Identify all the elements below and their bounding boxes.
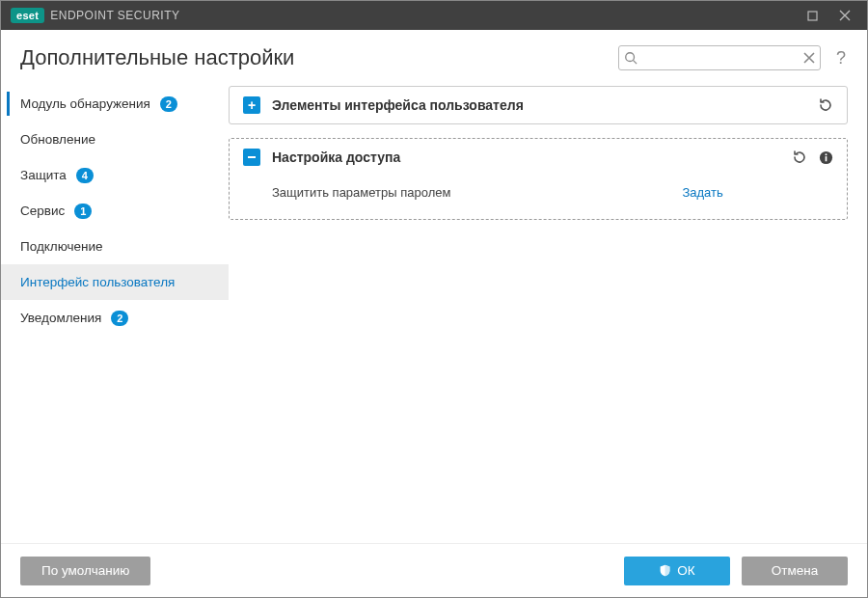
maximize-button[interactable]: [796, 1, 828, 30]
titlebar: eset ENDPOINT SECURITY: [1, 1, 867, 30]
svg-rect-0: [808, 12, 817, 20]
panel-title: Настройка доступа: [272, 150, 780, 165]
svg-point-5: [825, 153, 827, 155]
collapse-icon: [243, 149, 260, 166]
sidebar-item-protection[interactable]: Защита 4: [1, 157, 229, 193]
ok-button[interactable]: ОК: [624, 557, 730, 585]
panel-header[interactable]: + Элементы интерфейса пользователя: [230, 87, 847, 123]
panel-ui-elements: + Элементы интерфейса пользователя: [229, 86, 848, 124]
sidebar-item-label: Подключение: [20, 239, 103, 254]
panel-body: Защитить параметры паролем Задать: [230, 176, 847, 219]
sidebar-item-connection[interactable]: Подключение: [1, 229, 229, 264]
search-input[interactable]: [618, 45, 821, 70]
brand: eset ENDPOINT SECURITY: [11, 8, 180, 23]
sidebar: Модуль обнаружения 2 Обновление Защита 4…: [1, 80, 229, 543]
page-title: Дополнительные настройки: [20, 45, 605, 70]
sidebar-item-update[interactable]: Обновление: [1, 122, 229, 157]
reset-icon[interactable]: [792, 150, 807, 165]
expand-icon: +: [243, 96, 260, 114]
setting-label: Защитить параметры паролем: [272, 185, 450, 200]
sidebar-item-label: Сервис: [20, 204, 65, 218]
sidebar-badge: 4: [76, 168, 94, 183]
footer: По умолчанию ОК Отмена: [1, 543, 867, 597]
sidebar-item-detection-module[interactable]: Модуль обнаружения 2: [1, 86, 229, 122]
help-icon[interactable]: ?: [834, 48, 848, 68]
svg-rect-2: [248, 156, 256, 158]
sidebar-badge: 2: [111, 311, 128, 326]
sidebar-item-label: Защита: [20, 168, 67, 182]
shield-icon: [659, 564, 671, 577]
svg-point-1: [626, 53, 635, 62]
sidebar-item-user-interface[interactable]: Интерфейс пользователя: [1, 264, 229, 300]
sidebar-item-label: Интерфейс пользователя: [20, 275, 175, 289]
sidebar-item-label: Модуль обнаружения: [20, 96, 150, 111]
sidebar-item-service[interactable]: Сервис 1: [1, 193, 229, 229]
header: Дополнительные настройки ?: [1, 30, 867, 80]
sidebar-item-notifications[interactable]: Уведомления 2: [1, 300, 229, 336]
panel-access-setup: Настройка доступа Защитить параметры пар…: [229, 138, 848, 220]
brand-text: ENDPOINT SECURITY: [50, 9, 179, 22]
search-field-wrap: [618, 45, 821, 70]
clear-search-icon[interactable]: [803, 52, 815, 64]
panel-header[interactable]: Настройка доступа: [230, 139, 847, 176]
svg-rect-4: [826, 156, 827, 161]
setting-row-password-protect: Защитить параметры паролем Задать: [272, 179, 833, 205]
sidebar-badge: 2: [160, 96, 177, 112]
set-password-link[interactable]: Задать: [682, 185, 722, 200]
brand-badge: eset: [11, 8, 44, 23]
sidebar-item-label: Уведомления: [20, 311, 101, 325]
search-icon: [624, 51, 637, 65]
sidebar-item-label: Обновление: [20, 132, 95, 147]
cancel-button[interactable]: Отмена: [742, 557, 848, 585]
defaults-button[interactable]: По умолчанию: [20, 557, 150, 585]
app-window: eset ENDPOINT SECURITY Дополнительные на…: [0, 0, 868, 598]
body: Модуль обнаружения 2 Обновление Защита 4…: [1, 80, 867, 543]
close-button[interactable]: [828, 1, 861, 30]
reset-icon[interactable]: [818, 97, 833, 113]
main-content: + Элементы интерфейса пользователя Настр…: [229, 80, 867, 543]
ok-button-label: ОК: [677, 563, 694, 578]
sidebar-badge: 1: [74, 204, 92, 219]
info-icon[interactable]: [819, 150, 833, 165]
window-controls: [796, 1, 861, 30]
panel-title: Элементы интерфейса пользователя: [272, 97, 806, 113]
